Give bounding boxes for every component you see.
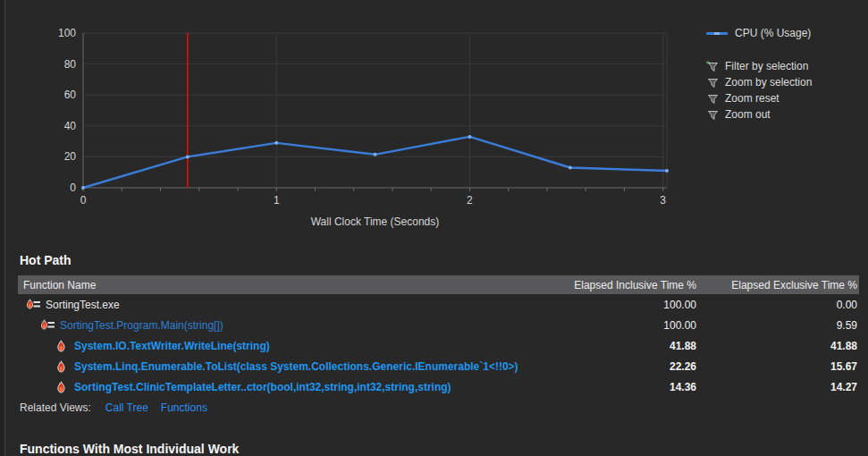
hot-path-icon — [38, 319, 55, 332]
inclusive-time-value: 22.26 — [537, 360, 698, 373]
flame-icon — [53, 360, 70, 373]
chart-action-label: Zoom reset — [725, 92, 780, 105]
chart-action-zoom-by-selection[interactable]: Zoom by selection — [706, 74, 812, 90]
inclusive-time-value: 14.36 — [537, 381, 698, 393]
table-row[interactable]: System.IO.TextWriter.WriteLine(string)41… — [18, 335, 859, 356]
legend-item-cpu: CPU (% Usage) — [706, 25, 812, 41]
zoom-out-icon — [706, 109, 719, 121]
function-name-cell: SortingTest.Program.Main(string[]) — [18, 319, 537, 332]
function-name-cell: System.Linq.Enumerable.ToList(class Syst… — [18, 360, 537, 373]
chart-action-label: Zoom by selection — [725, 76, 812, 89]
svg-text:40: 40 — [64, 120, 77, 132]
related-views-label: Related Views: — [20, 401, 91, 414]
svg-text:100: 100 — [58, 27, 76, 39]
function-name-link: SortingTest.exe — [46, 299, 120, 311]
function-name-cell: SortingTest.exe — [18, 299, 537, 311]
hot-path-icon — [24, 299, 41, 311]
zoom-by-selection-icon — [706, 77, 719, 89]
link-functions[interactable]: Functions — [161, 401, 207, 414]
chart-action-label: Zoom out — [725, 108, 771, 121]
function-name-link[interactable]: System.Linq.Enumerable.ToList(class Syst… — [74, 360, 518, 373]
exclusive-time-value: 15.67 — [698, 360, 859, 373]
legend-label: CPU (% Usage) — [735, 27, 811, 39]
chart-action-zoom-reset[interactable]: Zoom reset — [706, 90, 812, 106]
table-row[interactable]: System.Linq.Enumerable.ToList(class Syst… — [18, 356, 859, 376]
exclusive-time-value: 9.59 — [698, 319, 859, 332]
svg-text:0: 0 — [80, 194, 87, 207]
svg-text:Wall Clock Time (Seconds): Wall Clock Time (Seconds) — [311, 215, 440, 228]
chart-legend: CPU (% Usage) Filter by selection Zoom b… — [706, 25, 812, 122]
svg-text:0: 0 — [70, 182, 76, 194]
column-header-function-name[interactable]: Function Name — [18, 279, 537, 291]
filter-by-selection-icon — [706, 61, 719, 72]
flame-icon — [53, 381, 70, 393]
cpu-usage-chart[interactable]: 0204060801000123Wall Clock Time (Seconds… — [0, 0, 697, 237]
chart-action-label: Filter by selection — [725, 60, 808, 72]
function-name-cell: System.IO.TextWriter.WriteLine(string) — [18, 340, 537, 352]
svg-text:80: 80 — [64, 58, 77, 71]
individual-work-title: Functions With Most Individual Work — [20, 442, 239, 456]
chart-action-filter-by-selection[interactable]: Filter by selection — [706, 58, 812, 74]
legend-line-sample — [706, 32, 728, 35]
function-name-link[interactable]: SortingTest.Program.Main(string[]) — [60, 319, 223, 332]
hot-path-title: Hot Path — [20, 253, 72, 267]
svg-text:2: 2 — [467, 194, 473, 207]
flame-icon — [53, 340, 70, 352]
table-body: SortingTest.exe100.000.00 SortingTest.Pr… — [18, 294, 859, 397]
cpu-usage-plot[interactable]: 0204060801000123Wall Clock Time (Seconds… — [0, 0, 697, 237]
svg-text:3: 3 — [660, 194, 666, 207]
table-row[interactable]: SortingTest.Program.Main(string[])100.00… — [18, 315, 859, 335]
column-header-elapsed-exclusive[interactable]: Elapsed Exclusive Time % — [698, 279, 859, 291]
function-name-link[interactable]: SortingTest.ClinicTemplateLetter..ctor(b… — [74, 381, 451, 393]
inclusive-time-value: 100.00 — [537, 299, 698, 311]
chart-action-list: Filter by selection Zoom by selection Zo… — [706, 58, 812, 122]
function-name-link[interactable]: System.IO.TextWriter.WriteLine(string) — [74, 340, 270, 352]
exclusive-time-value: 41.88 — [698, 340, 859, 352]
svg-text:60: 60 — [64, 89, 77, 101]
svg-text:20: 20 — [64, 150, 77, 163]
link-call-tree[interactable]: Call Tree — [105, 401, 148, 414]
function-name-cell: SortingTest.ClinicTemplateLetter..ctor(b… — [18, 381, 537, 393]
chart-action-zoom-out[interactable]: Zoom out — [706, 106, 812, 122]
table-row[interactable]: SortingTest.ClinicTemplateLetter..ctor(b… — [18, 376, 859, 397]
table-header-row: Function Name Elapsed Inclusive Time % E… — [18, 275, 859, 294]
related-views: Related Views: Call Tree Functions — [20, 401, 220, 414]
hot-path-table: Function Name Elapsed Inclusive Time % E… — [18, 275, 859, 397]
inclusive-time-value: 41.88 — [537, 340, 698, 352]
column-header-elapsed-inclusive[interactable]: Elapsed Inclusive Time % — [537, 279, 698, 291]
zoom-reset-icon — [706, 93, 719, 105]
inclusive-time-value: 100.00 — [537, 319, 698, 332]
table-row[interactable]: SortingTest.exe100.000.00 — [18, 294, 859, 315]
exclusive-time-value: 0.00 — [698, 299, 859, 311]
svg-text:1: 1 — [274, 194, 280, 207]
exclusive-time-value: 14.27 — [698, 381, 859, 393]
